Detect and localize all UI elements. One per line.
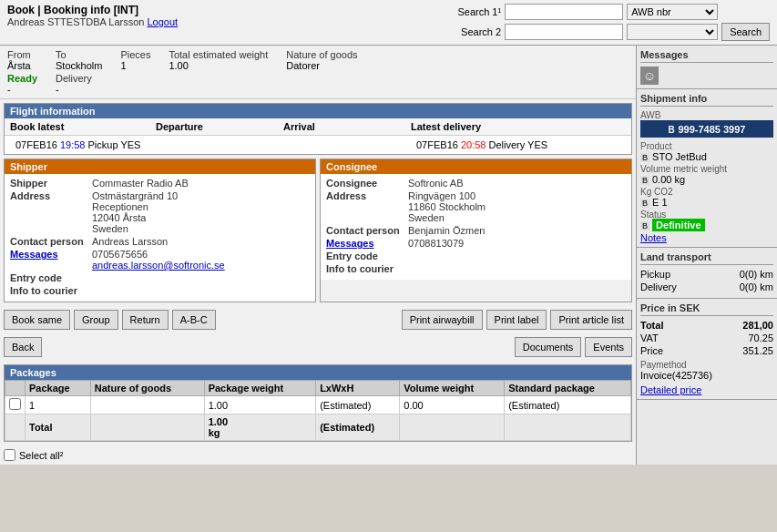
main-content: From Årsta Ready - To Stockholm Delivery… xyxy=(0,46,777,465)
total-weight: 1.00 kg xyxy=(204,414,315,441)
paymethod-row: Paymethod Invoice(425736) xyxy=(640,360,773,381)
consignee-messages-row: Messages 0708813079 xyxy=(326,238,626,249)
packages-total-row: Total 1.00 kg (Estimated) xyxy=(5,414,631,441)
pieces-label: Pieces xyxy=(120,49,150,60)
consignee-address-label: Address xyxy=(326,190,408,223)
weight-label: Total estimated weight xyxy=(169,49,268,60)
total-unit: kg xyxy=(209,427,220,438)
pieces-field: Pieces 1 xyxy=(120,49,150,95)
back-button[interactable]: Back xyxy=(4,337,42,357)
shipment-info-title: Shipment info xyxy=(640,93,773,107)
shipper-name-row: Shipper Commaster Radio AB xyxy=(10,178,310,189)
flight-departure xyxy=(156,138,283,151)
shipper-addr1: Ostmästargränd 10 xyxy=(92,190,178,201)
weight-field: Total estimated weight 1.00 xyxy=(169,49,268,95)
logout-link[interactable]: Logout xyxy=(147,16,178,27)
shipper-consignee-row: Shipper Shipper Commaster Radio AB Addre… xyxy=(4,159,632,302)
row-num: 1 xyxy=(26,396,91,414)
search1-dropdown[interactable]: AWB nbr xyxy=(627,4,718,20)
product-value-row: B STO JetBud xyxy=(640,151,773,162)
shipper-address-row: Address Ostmästargränd 10 Receptionen 12… xyxy=(10,190,310,234)
product-value: STO JetBud xyxy=(652,151,707,162)
shipper-email[interactable]: andreas.larsson@softronic.se xyxy=(92,260,225,271)
land-pickup-row: Pickup 0(0) km xyxy=(640,269,773,280)
col-weight: Package weight xyxy=(204,381,315,396)
consignee-messages-label[interactable]: Messages xyxy=(326,238,408,249)
print-airwaybill-button[interactable]: Print airwaybill xyxy=(402,310,483,330)
row-standard: (Estimated) xyxy=(505,396,631,414)
detailed-price-row: Detailed price xyxy=(640,384,773,395)
price-section: Price in SEK Total 281,00 VAT 70.25 Pric… xyxy=(637,299,777,400)
land-transport-section: Land transport Pickup 0(0) km Delivery 0… xyxy=(637,248,777,299)
detailed-price-link[interactable]: Detailed price xyxy=(640,384,701,395)
product-label: Product xyxy=(640,141,773,151)
print-label-button[interactable]: Print label xyxy=(486,310,547,330)
shipper-contact: Andreas Larsson xyxy=(92,236,168,247)
col-book-latest: Book latest xyxy=(5,118,150,135)
awb-number-box: B 999-7485 3997 xyxy=(640,120,773,138)
return-button[interactable]: Return xyxy=(122,310,169,330)
price-price-row: Price 351.25 xyxy=(640,345,773,356)
shipper-messages-label[interactable]: Messages xyxy=(10,249,92,271)
top-bar: Book | Booking info [INT] Andreas STTEST… xyxy=(0,0,777,46)
from-field: From Årsta Ready - xyxy=(7,49,37,95)
group-button[interactable]: Group xyxy=(74,310,118,330)
from-label: From xyxy=(7,49,37,60)
table-row: 1 1.00 (Estimated) 0.00 (Estimated) xyxy=(5,396,631,414)
left-panel: From Årsta Ready - To Stockholm Delivery… xyxy=(0,46,636,465)
action-bar-1: Book same Group Return A-B-C Print airwa… xyxy=(0,306,636,333)
search-area: Search 1¹ AWB nbr Search 2 Search xyxy=(451,4,770,41)
abc-button[interactable]: A-B-C xyxy=(172,310,216,330)
co2-value-row: B E 1 xyxy=(640,197,773,208)
search-button[interactable]: Search xyxy=(721,23,770,41)
notes-link[interactable]: Notes xyxy=(640,232,667,243)
shipper-value: Commaster Radio AB xyxy=(92,178,189,189)
shipment-info-section: Shipment info AWB B 999-7485 3997 Produc… xyxy=(637,89,777,248)
select-all-row: Select all² xyxy=(0,445,636,465)
status-row: Status B Definitive xyxy=(640,210,773,230)
nature-label: Nature of goods xyxy=(286,49,357,60)
select-all-checkbox[interactable] xyxy=(4,449,15,461)
search2-input[interactable] xyxy=(505,24,623,40)
documents-button[interactable]: Documents xyxy=(515,337,582,357)
status-prefix: B xyxy=(640,221,649,230)
consignee-addr3: Sweden xyxy=(408,212,445,223)
price-total-value: 281,00 xyxy=(742,320,773,331)
row-checkbox[interactable] xyxy=(9,398,21,410)
to-value: Stockholm xyxy=(56,60,102,71)
price-vat-row: VAT 70.25 xyxy=(640,332,773,343)
consignee-addr1: Ringvägen 100 xyxy=(408,190,475,201)
print-article-list-button[interactable]: Print article list xyxy=(550,310,632,330)
total-standard xyxy=(505,414,631,441)
volume-value-row: B 0.00 kg xyxy=(640,174,773,185)
awb-prefix: B xyxy=(669,125,675,135)
price-title: Price in SEK xyxy=(640,302,773,316)
price-price-value: 351.25 xyxy=(742,345,773,356)
consignee-addr2: 11860 Stockholm xyxy=(408,201,486,212)
shipper-messages-row: Messages 0705675656 andreas.larsson@soft… xyxy=(10,249,310,271)
total-label: Total xyxy=(26,414,91,441)
packages-section: Packages Package Nature of goods Package… xyxy=(4,364,632,442)
flight-delivery-label: Delivery YES xyxy=(489,139,548,150)
messages-title: Messages xyxy=(640,49,773,63)
shipper-courier-label: Info to courier xyxy=(10,285,92,296)
events-button[interactable]: Events xyxy=(585,337,632,357)
awb-label: AWB xyxy=(640,110,773,120)
user-info: Andreas STTESTDBA Larsson Logout xyxy=(7,16,178,27)
consignee-name-row: Consignee Softronic AB xyxy=(326,178,626,189)
col-lxwxh: LxWxH xyxy=(316,381,400,396)
shipper-entry-row: Entry code xyxy=(10,272,310,283)
flight-pickup-label: Pickup YES xyxy=(88,139,141,150)
land-delivery-value: 0(0) km xyxy=(740,281,773,292)
search2-dropdown[interactable] xyxy=(627,24,718,40)
book-same-button[interactable]: Book same xyxy=(4,310,70,330)
price-vat-value: 70.25 xyxy=(748,332,773,343)
consignee-messages: 0708813079 xyxy=(408,238,464,249)
flight-delivery: 07FEB16 20:58 Delivery YES xyxy=(411,138,626,151)
consignee-value: Softronic AB xyxy=(408,178,464,189)
search1-input[interactable] xyxy=(505,4,623,20)
row-weight: 1.00 xyxy=(204,396,315,414)
col-checkbox xyxy=(5,381,26,396)
action-bar-2: Back Documents Events xyxy=(0,333,636,361)
shipper-address-label: Address xyxy=(10,190,92,234)
